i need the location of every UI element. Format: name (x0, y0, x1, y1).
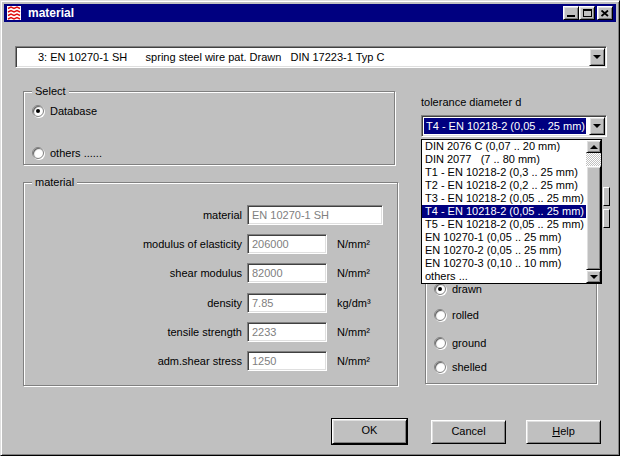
scrollbar-track[interactable] (586, 153, 601, 166)
select-groupbox: Select Database others ...... (23, 91, 395, 165)
tensile-strength-field[interactable]: 2233 (247, 322, 327, 342)
radio-rolled[interactable] (434, 309, 446, 321)
scrollbar-thumb[interactable] (586, 166, 601, 270)
density-unit: kg/dm³ (337, 293, 371, 313)
help-button[interactable]: Help (526, 420, 601, 444)
radio-shelled[interactable] (434, 361, 446, 373)
material-groupbox-label: material (32, 176, 77, 189)
radio-drawn-label[interactable]: drawn (452, 282, 482, 296)
dropdown-option[interactable]: DIN 2077 (7 .. 80 mm) (422, 153, 586, 166)
dropdown-option[interactable]: T2 - EN 10218-2 (0,2 .. 25 mm) (422, 179, 586, 192)
shear-modulus-field[interactable]: 82000 (247, 263, 327, 283)
adm-shear-stress-label: adm.shear stress (24, 351, 242, 371)
spring-icon (7, 6, 21, 20)
window-controls (563, 6, 613, 20)
tensile-strength-label: tensile strength (24, 322, 242, 342)
modulus-of-elasticity-unit: N/mm² (337, 234, 370, 254)
close-icon (601, 10, 609, 17)
dropdown-option[interactable]: EN 10270-3 (0,10 .. 10 mm) (422, 257, 586, 270)
radio-dot-icon (438, 287, 442, 291)
radio-database-label[interactable]: Database (50, 104, 97, 118)
select-groupbox-label: Select (32, 85, 69, 98)
help-label-rest: elp (560, 425, 575, 437)
radio-database[interactable] (32, 105, 44, 117)
tolerance-dropdown-button[interactable] (589, 117, 605, 135)
shear-modulus-label: shear modulus (24, 263, 242, 283)
radio-others-label[interactable]: others ...... (50, 146, 102, 160)
help-accelerator: H (552, 425, 560, 437)
dropdown-option[interactable]: DIN 2076 C (0,07 .. 20 mm) (422, 140, 586, 153)
tolerance-combobox[interactable]: T4 - EN 10218-2 (0,05 .. 25 mm) (421, 115, 607, 137)
dropdown-option[interactable]: T5 - EN 10218-2 (0,05 .. 25 mm) (422, 218, 586, 231)
minimize-icon (567, 15, 575, 17)
tolerance-dropdown-list: DIN 2076 C (0,07 .. 20 mm) DIN 2077 (7 .… (421, 139, 602, 284)
radio-ground-label[interactable]: ground (452, 336, 486, 350)
obscured-control-fragment (603, 209, 610, 228)
material-field[interactable]: EN 10270-1 SH (247, 205, 383, 225)
scroll-down-button[interactable] (586, 270, 601, 283)
density-label: density (24, 293, 242, 313)
dropdown-option[interactable]: others ... (422, 270, 586, 283)
window-title: material (28, 4, 74, 22)
obscured-control-fragment (603, 187, 610, 206)
modulus-of-elasticity-field[interactable]: 206000 (247, 234, 327, 254)
close-button[interactable] (597, 6, 613, 20)
material-select-dropdown-button[interactable] (589, 48, 605, 66)
shear-modulus-unit: N/mm² (337, 263, 370, 283)
radio-others[interactable] (32, 147, 44, 159)
dropdown-option[interactable]: T3 - EN 10218-2 (0,05 .. 25 mm) (422, 192, 586, 205)
minimize-button[interactable] (563, 6, 579, 20)
dropdown-option[interactable]: T1 - EN 10218-2 (0,3 .. 25 mm) (422, 166, 586, 179)
tensile-strength-unit: N/mm² (337, 322, 370, 342)
material-groupbox: material material EN 10270-1 SH modulus … (23, 182, 398, 386)
adm-shear-stress-unit: N/mm² (337, 351, 370, 371)
tolerance-selected-value: T4 - EN 10218-2 (0,05 .. 25 mm) (424, 118, 586, 134)
density-field[interactable]: 7.85 (247, 293, 327, 313)
radio-shelled-label[interactable]: shelled (452, 360, 487, 374)
titlebar[interactable]: material (4, 4, 616, 22)
material-field-label: material (24, 205, 242, 225)
chevron-down-icon (593, 124, 601, 128)
maximize-icon (583, 9, 592, 17)
arrow-down-icon (590, 275, 598, 279)
adm-shear-stress-field[interactable]: 1250 (247, 351, 327, 371)
radio-dot-icon (36, 109, 40, 113)
dropdown-scrollbar[interactable] (586, 140, 601, 283)
dropdown-option[interactable]: EN 10270-1 (0,05 .. 25 mm) (422, 231, 586, 244)
radio-drawn[interactable] (434, 283, 446, 295)
arrow-up-icon (590, 145, 598, 149)
maximize-button[interactable] (579, 6, 595, 20)
material-select-combobox[interactable]: 3: EN 10270-1 SH spring steel wire pat. … (15, 46, 607, 68)
radio-ground[interactable] (434, 337, 446, 349)
modulus-of-elasticity-label: modulus of elasticity (24, 234, 242, 254)
material-dialog-window: material 3: EN 10270-1 SH spring steel w… (0, 0, 620, 456)
ok-button[interactable]: OK (332, 419, 407, 444)
radio-rolled-label[interactable]: rolled (452, 308, 479, 322)
tolerance-diameter-label: tolerance diameter d (421, 96, 521, 108)
ok-button-default-ring: OK (331, 418, 408, 445)
scroll-up-button[interactable] (586, 140, 601, 153)
dropdown-option[interactable]: EN 10270-2 (0,05 .. 25 mm) (422, 244, 586, 257)
chevron-down-icon (593, 55, 601, 59)
material-select-value: 3: EN 10270-1 SH spring steel wire pat. … (18, 49, 586, 65)
dropdown-option-highlighted[interactable]: T4 - EN 10218-2 (0,05 .. 25 mm) (422, 205, 586, 218)
cancel-button[interactable]: Cancel (431, 420, 506, 444)
